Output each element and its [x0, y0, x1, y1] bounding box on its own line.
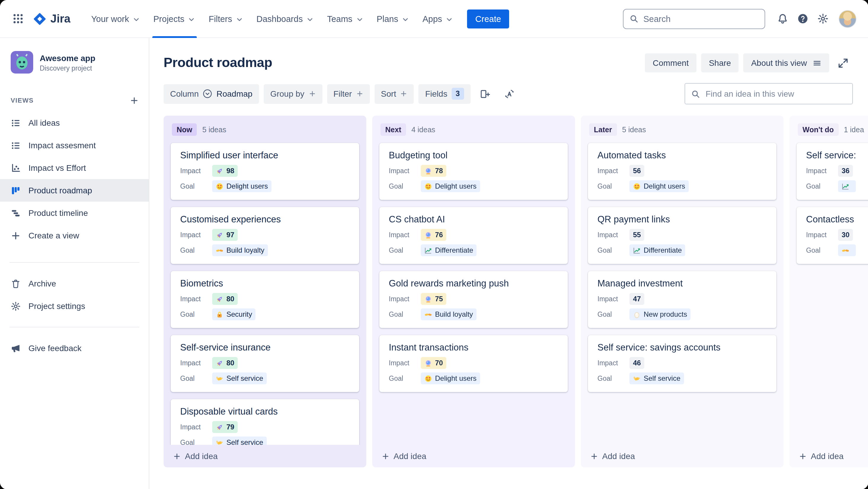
sidebar-item-project-settings[interactable]: Project settings	[0, 295, 149, 317]
sidebar-item-label: Impact vs Effort	[28, 163, 86, 173]
nav-item-dashboards[interactable]: Dashboards	[250, 0, 320, 38]
add-idea-button[interactable]: Add idea	[789, 445, 868, 467]
nav-item-label: Your work	[91, 14, 129, 23]
impact-row: Impact98	[180, 165, 350, 177]
comment-button-label: Comment	[653, 58, 689, 67]
idea-card[interactable]: ContactlessImpact30Goal	[797, 207, 868, 264]
add-idea-button[interactable]: Add idea	[163, 445, 366, 467]
idea-card[interactable]: QR payment linksImpact55GoalDifferentiat…	[588, 207, 776, 264]
find-idea-search[interactable]	[684, 83, 852, 105]
add-idea-button[interactable]: Add idea	[372, 445, 575, 467]
primary-nav: Your workProjectsFiltersDashboardsTeamsP…	[85, 0, 460, 38]
sort-alpha-button[interactable]	[499, 84, 519, 104]
idea-card-title: Self service: savings accounts	[597, 342, 767, 353]
project-header[interactable]: Awesome app Discovery project	[0, 49, 149, 78]
find-idea-input[interactable]	[705, 88, 846, 99]
goal-chip: Build loyalty	[421, 308, 476, 320]
idea-card[interactable]: Automated tasksImpact56GoalDelight users	[588, 143, 776, 200]
group-by-button[interactable]: Group by	[264, 84, 322, 104]
idea-card[interactable]: CS chatbot AIImpact76GoalDifferentiate	[379, 207, 568, 264]
view-header: Product roadmap Comment Share About this…	[149, 38, 868, 73]
fullscreen-button[interactable]	[834, 53, 852, 73]
view-type-value: Roadmap	[217, 89, 252, 98]
nav-item-plans[interactable]: Plans	[370, 0, 416, 38]
sidebar-item-impact-vs-effort[interactable]: Impact vs Effort	[0, 156, 149, 179]
field-label: Impact	[597, 359, 629, 367]
insert-column-button[interactable]	[475, 84, 495, 104]
views-section-header: VIEWS	[0, 78, 149, 112]
global-search[interactable]	[623, 9, 765, 29]
view-type-label: Column	[170, 89, 199, 98]
idea-card[interactable]: Self service: savings accountsImpact46Go…	[588, 335, 776, 392]
goal-chip: New products	[629, 308, 691, 320]
sort-button[interactable]: Sort	[374, 84, 414, 104]
idea-card[interactable]: Managed investmentImpact47GoalNew produc…	[588, 271, 776, 328]
help-button[interactable]	[793, 9, 812, 28]
sidebar-item-impact-assesment[interactable]: Impact assesment	[0, 134, 149, 156]
settings-button[interactable]	[813, 9, 832, 28]
goal-value: New products	[644, 310, 687, 318]
give-feedback-button[interactable]: Give feedback	[0, 337, 149, 359]
idea-card[interactable]: Simplified user interfaceImpact98GoalDel…	[171, 143, 359, 200]
create-button[interactable]: Create	[467, 9, 509, 28]
add-view-button[interactable]	[126, 92, 142, 108]
view-type-selector[interactable]: Column Roadmap	[163, 84, 259, 104]
nav-item-projects[interactable]: Projects	[147, 0, 203, 38]
field-label: Goal	[389, 183, 421, 190]
idea-card-title: Customised experiences	[180, 213, 350, 225]
plus-icon	[382, 452, 390, 460]
field-label: Goal	[389, 311, 421, 318]
goal-chip: Build loyalty	[212, 244, 268, 256]
impact-value: 78	[435, 167, 443, 175]
about-view-button[interactable]: About this view	[744, 53, 829, 73]
impact-value: 75	[435, 295, 443, 303]
nav-item-your-work[interactable]: Your work	[85, 0, 147, 38]
add-idea-button[interactable]: Add idea	[581, 445, 783, 467]
nav-item-teams[interactable]: Teams	[321, 0, 370, 38]
sidebar-item-archive[interactable]: Archive	[0, 272, 149, 295]
impact-chip: 55	[629, 229, 645, 241]
idea-card[interactable]: Instant transactionsImpact70GoalDelight …	[379, 335, 568, 392]
heart-eyes-icon	[424, 182, 432, 190]
goal-chip: Self service	[212, 436, 267, 445]
chevron-down-icon	[355, 15, 364, 23]
fields-button[interactable]: Fields 3	[419, 84, 471, 104]
idea-card[interactable]: Customised experiencesImpact97GoalBuild …	[171, 207, 359, 264]
sidebar-item-product-roadmap[interactable]: Product roadmap	[0, 179, 149, 202]
sidebar-item-product-timeline[interactable]: Product timeline	[0, 202, 149, 224]
comment-button[interactable]: Comment	[645, 53, 696, 73]
plus-icon	[400, 90, 407, 97]
idea-card[interactable]: Disposable virtual cardsImpact79GoalSelf…	[171, 399, 359, 445]
nav-item-label: Apps	[423, 14, 442, 23]
share-button[interactable]: Share	[701, 53, 739, 73]
notifications-button[interactable]	[773, 9, 792, 28]
idea-card[interactable]: Budgeting toolImpact78GoalDelight users	[379, 143, 568, 200]
impact-value: 56	[633, 167, 641, 175]
filter-button[interactable]: Filter	[327, 84, 370, 104]
user-avatar[interactable]	[838, 10, 856, 28]
nav-item-apps[interactable]: Apps	[416, 0, 460, 38]
search-icon	[629, 14, 638, 23]
app-switcher-button[interactable]	[8, 9, 27, 28]
plus-icon	[129, 96, 138, 105]
sidebar-item-all-ideas[interactable]: All ideas	[0, 112, 149, 134]
idea-card[interactable]: Self service:Impact36Goal	[797, 143, 868, 200]
sidebar-item-create-a-view[interactable]: Create a view	[0, 224, 149, 247]
idea-card[interactable]: BiometricsImpact80GoalSecurity	[171, 271, 359, 328]
impact-value: 98	[226, 167, 235, 175]
call-me-icon	[216, 375, 223, 382]
column-cards: Simplified user interfaceImpact98GoalDel…	[163, 142, 366, 445]
project-avatar-icon	[11, 51, 33, 74]
app-body: Awesome app Discovery project VIEWS All …	[0, 38, 868, 489]
idea-card[interactable]: Self-service insuranceImpact80GoalSelf s…	[171, 335, 359, 392]
field-label: Goal	[180, 311, 212, 318]
jira-logo[interactable]: Jira	[28, 12, 76, 25]
global-search-input[interactable]	[642, 13, 758, 24]
idea-card-title: Managed investment	[597, 278, 767, 289]
nav-item-filters[interactable]: Filters	[202, 0, 250, 38]
nav-item-label: Plans	[377, 14, 398, 23]
idea-card[interactable]: Gold rewards marketing pushImpact75GoalB…	[379, 271, 568, 328]
add-idea-label: Add idea	[185, 451, 218, 461]
column-status-chip: Won't do	[798, 123, 838, 136]
idea-card-title: Budgeting tool	[389, 149, 558, 161]
